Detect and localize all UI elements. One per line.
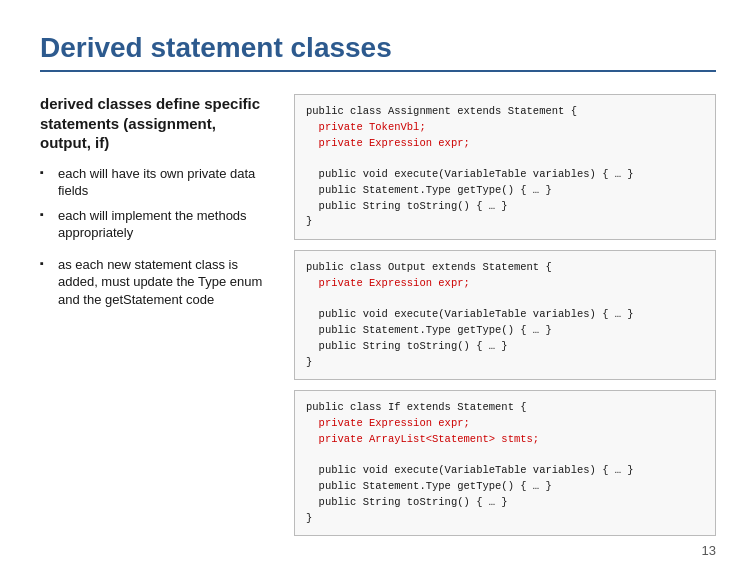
code-line-red: private ArrayList<Statement> stmts; bbox=[306, 433, 539, 445]
code-box-output: public class Output extends Statement { … bbox=[294, 250, 716, 380]
bullet-list-1: each will have its own private data fiel… bbox=[40, 165, 270, 242]
code-line: public void execute(VariableTable variab… bbox=[306, 168, 634, 180]
code-line: } bbox=[306, 215, 312, 227]
slide-title: Derived statement classes bbox=[40, 32, 716, 72]
content-area: derived classes define specific statemen… bbox=[40, 94, 716, 536]
code-line: public String toString() { … } bbox=[306, 200, 508, 212]
code-line: public String toString() { … } bbox=[306, 340, 508, 352]
code-line: public Statement.Type getType() { … } bbox=[306, 184, 552, 196]
code-box-if: public class If extends Statement { priv… bbox=[294, 390, 716, 536]
code-line: } bbox=[306, 512, 312, 524]
slide: Derived statement classes derived classe… bbox=[0, 0, 756, 576]
code-line-red: private Expression expr; bbox=[306, 417, 470, 429]
list-item: each will have its own private data fiel… bbox=[40, 165, 270, 200]
page-number: 13 bbox=[702, 543, 716, 558]
code-line: public class If extends Statement { bbox=[306, 401, 527, 413]
code-line: } bbox=[306, 356, 312, 368]
code-line: public void execute(VariableTable variab… bbox=[306, 308, 634, 320]
code-box-assignment: public class Assignment extends Statemen… bbox=[294, 94, 716, 240]
code-line-red: private Expression expr; bbox=[306, 137, 470, 149]
left-panel: derived classes define specific statemen… bbox=[40, 94, 270, 536]
code-line: public Statement.Type getType() { … } bbox=[306, 324, 552, 336]
list-item: each will implement the methods appropri… bbox=[40, 207, 270, 242]
code-line: public String toString() { … } bbox=[306, 496, 508, 508]
list-item: as each new statement class is added, mu… bbox=[40, 256, 270, 309]
code-line: public class Output extends Statement { bbox=[306, 261, 552, 273]
left-heading: derived classes define specific statemen… bbox=[40, 94, 270, 153]
code-line: public class Assignment extends Statemen… bbox=[306, 105, 577, 117]
code-line-red: private TokenVbl; bbox=[306, 121, 426, 133]
right-panel: public class Assignment extends Statemen… bbox=[294, 94, 716, 536]
code-line: public Statement.Type getType() { … } bbox=[306, 480, 552, 492]
code-line-red: private Expression expr; bbox=[306, 277, 470, 289]
code-line: public void execute(VariableTable variab… bbox=[306, 464, 634, 476]
bullet-list-2: as each new statement class is added, mu… bbox=[40, 256, 270, 309]
